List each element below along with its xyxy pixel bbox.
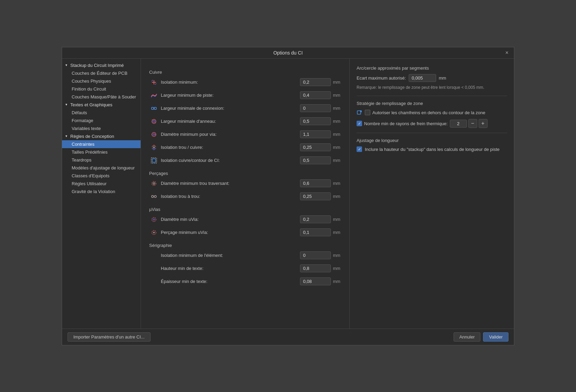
svg-rect-1 [154, 107, 156, 109]
chamfreins-label: Autoriser les chamfreins en dehors du co… [372, 110, 485, 115]
chamfreins-row: Autoriser les chamfreins en dehors du co… [357, 109, 507, 116]
label-hauteur-texte: Hauteur min de texte: [161, 266, 298, 271]
serigraphie-header: Sérigraphie [149, 243, 341, 248]
input-largeur-piste[interactable] [300, 91, 331, 99]
stackup-row: ✓ Inclure la hauteur du "stackup" dans l… [357, 146, 507, 152]
sidebar-label-textes: Textes et Graphiques [70, 102, 112, 107]
ecart-row: Ecart maximum autorisé: mm [357, 74, 507, 82]
rayons-label: Nombre min de rayons de frein thermique: [364, 121, 448, 126]
unit-isolation-trou: mm [333, 194, 341, 199]
sidebar-item-defauts[interactable]: Défauts [62, 109, 141, 117]
sidebar-item-formatage[interactable]: Formatage [62, 117, 141, 124]
arc-note: Remarque: le remplissage de zone peut êt… [357, 85, 507, 91]
svg-rect-0 [152, 107, 154, 109]
serigraphie-icon-2 [149, 264, 159, 273]
label-anneau: Largeur minimale d'anneau: [161, 119, 298, 124]
stackup-label: Inclure la hauteur du "stackup" dans les… [365, 147, 500, 152]
cuivre-header: Cuivre [149, 70, 341, 75]
sidebar-item-regles-util[interactable]: Règles Utilisateur [62, 180, 141, 188]
sidebar-label-tailles: Tailles Prédéfinies [72, 150, 108, 155]
svg-point-15 [152, 195, 154, 198]
rayons-checkbox[interactable]: ✓ [357, 121, 362, 126]
sidebar-label-stackup: Stackup du Circuit Imprimé [70, 63, 124, 68]
input-contour[interactable] [300, 156, 331, 164]
label-isolation-min: Isolation minimum: [161, 80, 298, 85]
hole-copper-icon [149, 143, 159, 152]
right-panel: Arc/cercle approximés par segments Ecart… [349, 59, 514, 329]
sidebar-item-modeles[interactable]: Modèles d'ajustage de longueur [62, 164, 141, 172]
input-uvia[interactable] [300, 215, 331, 223]
input-trou-cuivre[interactable] [300, 143, 331, 151]
unit-isolation-min: mm [333, 80, 341, 85]
svg-rect-12 [152, 159, 156, 162]
input-epaisseur-texte[interactable] [300, 277, 331, 285]
dialog-title: Options du CI [273, 50, 303, 56]
input-isolation-element[interactable] [300, 251, 331, 259]
uvias-header: µVias [149, 207, 341, 212]
svg-point-7 [153, 133, 155, 135]
validate-button[interactable]: Valider [483, 332, 508, 342]
sidebar: Stackup du Circuit Imprimé Couches de Éd… [62, 59, 141, 329]
input-isolation-trou[interactable] [300, 192, 331, 200]
main-content: Cuivre Isolation minimum: mm [141, 59, 349, 329]
unit-hauteur-texte: mm [333, 266, 341, 271]
percages-header: Perçages [149, 171, 341, 176]
import-button[interactable]: Importer Paramètres d'un autre CI... [68, 332, 151, 342]
rayons-increment-button[interactable]: + [479, 119, 488, 128]
sidebar-item-contraintes[interactable]: Contraintes [62, 140, 141, 148]
input-isolation-min[interactable] [300, 78, 331, 86]
unit-uvia: mm [333, 217, 341, 222]
sidebar-label-classes: Classes d'Equipots [72, 173, 109, 178]
ecart-input[interactable] [409, 74, 436, 82]
cancel-button[interactable]: Annuler [454, 332, 481, 342]
footer-left: Importer Paramètres d'un autre CI... [68, 332, 151, 342]
track-icon [149, 91, 159, 100]
field-row-anneau: Largeur minimale d'anneau: mm [149, 117, 341, 126]
expand-icon-textes [65, 103, 68, 106]
input-connexion[interactable] [300, 104, 331, 112]
svg-point-13 [152, 181, 156, 186]
unit-isolation-element: mm [333, 253, 341, 258]
field-row-uvia: Diamètre min uVia: mm [149, 215, 341, 224]
svg-point-21 [154, 232, 155, 233]
sidebar-item-stackup[interactable]: Stackup du Circuit Imprimé [62, 61, 141, 69]
sidebar-item-finition[interactable]: Finition du Circuit [62, 85, 141, 93]
sidebar-item-textes[interactable]: Textes et Graphiques [62, 101, 141, 109]
chamfreins-checkbox[interactable] [365, 110, 370, 115]
input-anneau[interactable] [300, 117, 331, 125]
sidebar-item-couches-editeur[interactable]: Couches de Éditeur de PCB [62, 69, 141, 77]
sidebar-label-teardrops: Teardrops [72, 157, 92, 163]
sidebar-label-formatage: Formatage [72, 118, 93, 123]
input-percage-uvia[interactable] [300, 228, 331, 236]
sidebar-item-variables[interactable]: Variables texte [62, 124, 141, 132]
divider-1 [357, 96, 507, 96]
rayons-decrement-button[interactable]: − [468, 119, 477, 128]
sidebar-item-tailles[interactable]: Tailles Prédéfinies [62, 148, 141, 156]
hole-hole-icon [149, 192, 159, 201]
close-button[interactable]: × [503, 49, 511, 56]
sidebar-item-classes[interactable]: Classes d'Equipots [62, 172, 141, 180]
sidebar-label-regles: Règles de Conception [70, 134, 114, 139]
input-diametre-trou[interactable] [300, 179, 331, 187]
field-row-contour: Isolation cuivre/contour de CI: mm [149, 156, 341, 165]
stackup-checkbox[interactable]: ✓ [357, 146, 362, 152]
serigraphie-icon-3 [149, 277, 159, 286]
ecart-unit: mm [439, 75, 446, 81]
field-row-via: Diamètre minimum pour via: mm [149, 130, 341, 139]
label-uvia: Diamètre min uVia: [161, 217, 298, 222]
field-row-isolation-trou: Isolation trou à trou: mm [149, 192, 341, 201]
field-row-epaisseur-texte: Épaisseur min de texte: mm [149, 277, 341, 286]
input-hauteur-texte[interactable] [300, 264, 331, 272]
options-dialog: Options du CI × Stackup du Circuit Impri… [62, 47, 514, 345]
label-contour: Isolation cuivre/contour de CI: [161, 158, 298, 163]
dialog-body: Stackup du Circuit Imprimé Couches de Éd… [62, 59, 514, 329]
label-isolation-element: Isolation minimum de l'élément: [161, 253, 298, 258]
sidebar-item-masque[interactable]: Couches Masque/Pâte à Souder [62, 93, 141, 101]
input-via[interactable] [300, 130, 331, 138]
sidebar-item-gravite[interactable]: Gravité de la Violation [62, 188, 141, 195]
sidebar-item-couches-physiques[interactable]: Couches Physiques [62, 77, 141, 85]
rayons-input[interactable] [450, 120, 467, 128]
sidebar-item-regles[interactable]: Règles de Conception [62, 132, 141, 140]
sidebar-item-teardrops[interactable]: Teardrops [62, 156, 141, 164]
rayons-row: ✓ Nombre min de rayons de frein thermiqu… [357, 119, 507, 128]
